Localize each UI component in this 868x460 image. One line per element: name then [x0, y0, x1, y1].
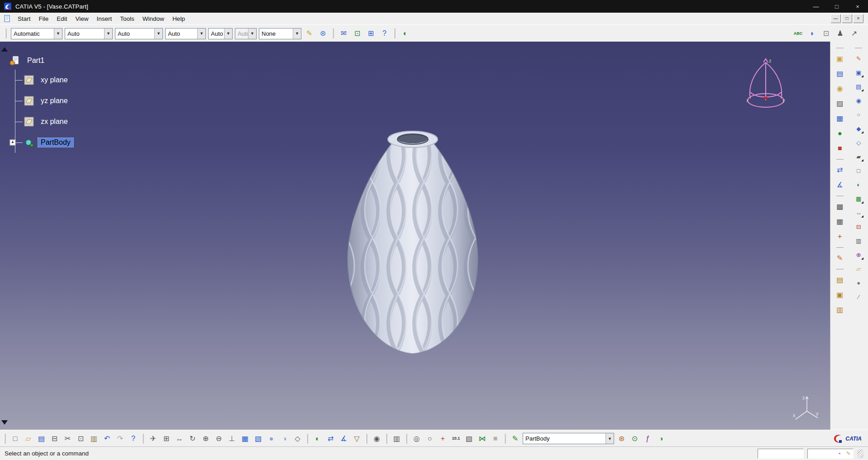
menu-insert[interactable]: Insert: [93, 14, 116, 24]
vase-model[interactable]: [334, 119, 492, 359]
new-document-icon[interactable]: □: [10, 433, 21, 444]
mirror-icon[interactable]: ◐: [853, 179, 864, 190]
constraints-icon[interactable]: ⋈: [477, 433, 488, 444]
tree-item-partbody[interactable]: + PartBody: [15, 132, 73, 153]
camera-icon[interactable]: ◉: [371, 433, 382, 444]
tree-item-xy-plane[interactable]: xy plane: [15, 70, 73, 90]
shaft-icon[interactable]: ◉: [853, 95, 864, 106]
speech-bubble-icon[interactable]: ◗: [806, 28, 818, 39]
multi-sections-icon[interactable]: ▦: [834, 113, 846, 124]
thickness-icon[interactable]: ▥: [853, 235, 864, 246]
pen-icon[interactable]: ✎: [844, 450, 852, 457]
manipulation-icon[interactable]: ○: [424, 433, 435, 444]
whats-this-icon[interactable]: ?: [128, 433, 139, 444]
pocket-icon[interactable]: ▤: [853, 81, 864, 92]
tree-scroll-up-icon[interactable]: [1, 47, 8, 52]
point-icon[interactable]: ●: [853, 277, 864, 288]
swap-visible-space-icon[interactable]: ◐: [400, 28, 411, 39]
abc-check-icon[interactable]: ABC: [792, 28, 804, 39]
pointer-help-icon[interactable]: ↗: [849, 28, 860, 39]
sketch-icon[interactable]: ✎: [834, 252, 846, 264]
flyout-arrow-icon[interactable]: [861, 201, 863, 204]
split-icon[interactable]: ⊟: [853, 221, 864, 232]
menu-edit[interactable]: Edit: [52, 14, 71, 24]
flyout-arrow-icon[interactable]: [861, 159, 863, 161]
tree-item-yz-plane[interactable]: yz plane: [15, 90, 73, 111]
color-select[interactable]: Automatic ▼: [11, 28, 62, 39]
resize-grip[interactable]: [857, 449, 863, 458]
hole-icon[interactable]: ○: [853, 109, 864, 120]
menu-file[interactable]: File: [35, 14, 53, 24]
redo-icon[interactable]: ↷: [114, 433, 126, 444]
shading-edges-icon[interactable]: ◑: [279, 433, 290, 444]
maximize-button[interactable]: □: [826, 0, 847, 13]
tree-list-icon[interactable]: ≡: [490, 433, 501, 444]
chevron-down-icon[interactable]: ▼: [197, 28, 205, 39]
measure-item-icon[interactable]: ∡: [338, 433, 349, 444]
knowledge-formula-icon[interactable]: ƒ: [642, 433, 653, 444]
apply-material-icon[interactable]: ◑: [655, 433, 667, 444]
layer-select[interactable]: None ▼: [259, 28, 301, 39]
pan-icon[interactable]: ↔: [174, 433, 185, 444]
translate-icon[interactable]: ↔: [853, 207, 864, 218]
chevron-down-icon[interactable]: ▼: [293, 28, 301, 39]
search-icon[interactable]: ⊙: [629, 433, 640, 444]
draft-icon[interactable]: ▰: [853, 151, 864, 162]
catalog-pen-icon[interactable]: ✎: [510, 433, 521, 444]
mdi-close-button[interactable]: ×: [853, 14, 863, 23]
menu-start[interactable]: Start: [14, 14, 35, 24]
wireframe-icon[interactable]: ◇: [292, 433, 303, 444]
shading-icon[interactable]: ●: [266, 433, 277, 444]
compass-origin[interactable]: [764, 97, 767, 100]
print-icon[interactable]: ⊟: [49, 433, 60, 444]
zoom-in-icon[interactable]: ⊕: [200, 433, 211, 444]
chevron-down-icon[interactable]: ▼: [606, 433, 614, 444]
measure-between-icon[interactable]: ⇄: [834, 164, 846, 176]
shell-icon[interactable]: □: [853, 165, 864, 176]
tree-scroll-down-icon[interactable]: [1, 420, 8, 425]
lattice-icon[interactable]: ▦: [834, 216, 846, 228]
pocket-icon[interactable]: ▤: [834, 68, 846, 80]
command-field[interactable]: [758, 449, 804, 459]
normal-view-icon[interactable]: ⊥: [226, 433, 238, 444]
chevron-down-icon[interactable]: ▼: [224, 28, 232, 39]
compass[interactable]: z x y: [746, 57, 785, 113]
chevron-down-icon[interactable]: ▼: [104, 28, 112, 39]
mdi-minimize-button[interactable]: —: [830, 14, 841, 23]
paste-format-icon[interactable]: ⊡: [820, 28, 832, 39]
viewport[interactable]: Part1 xy plane: [0, 42, 830, 430]
rotate-view-icon[interactable]: ↻: [187, 433, 198, 444]
fit-all-in-icon[interactable]: ⊞: [161, 433, 172, 444]
plane-icon[interactable]: ▱: [853, 263, 864, 274]
iso-view-icon[interactable]: ▧: [253, 433, 264, 444]
tree-item-zx-plane[interactable]: zx plane: [15, 111, 73, 132]
pattern-icon[interactable]: ▦: [853, 193, 864, 204]
macros-icon[interactable]: ▣: [834, 289, 846, 301]
analysis-chart-icon[interactable]: ▥: [391, 433, 402, 444]
flyout-arrow-icon[interactable]: [861, 215, 863, 218]
multi-view-icon[interactable]: ▦: [239, 433, 251, 444]
apply-material-icon[interactable]: ■: [834, 142, 846, 154]
hide-show-icon[interactable]: ◐: [312, 433, 323, 444]
boolean-icon[interactable]: ⊕: [853, 249, 864, 260]
close-button[interactable]: ×: [847, 0, 868, 13]
envelope-icon[interactable]: ✉: [338, 28, 349, 39]
manikin-icon[interactable]: ♟: [835, 28, 846, 39]
rib-icon[interactable]: ▨: [834, 98, 846, 109]
mdi-restore-button[interactable]: □: [842, 14, 852, 23]
shaft-icon[interactable]: ◉: [834, 83, 846, 95]
fly-mode-icon[interactable]: ✈: [148, 433, 159, 444]
whats-this-icon[interactable]: ?: [379, 28, 390, 39]
menu-view[interactable]: View: [72, 14, 93, 24]
bounding-box-icon[interactable]: ▧: [463, 433, 475, 444]
expand-plus-icon[interactable]: +: [10, 140, 16, 146]
dimension-display-icon[interactable]: 10.1: [450, 433, 462, 444]
axis-system-icon[interactable]: +: [437, 433, 448, 444]
undo-icon[interactable]: ↶: [101, 433, 113, 444]
link-icon[interactable]: ⊡: [352, 28, 363, 39]
cut-icon[interactable]: ✂: [62, 433, 73, 444]
chevron-down-icon[interactable]: ▼: [54, 28, 62, 39]
pad-icon[interactable]: ▣: [834, 53, 846, 65]
catalog-select[interactable]: PartBody ▼: [523, 433, 614, 444]
turntable-icon[interactable]: ◎: [411, 433, 422, 444]
